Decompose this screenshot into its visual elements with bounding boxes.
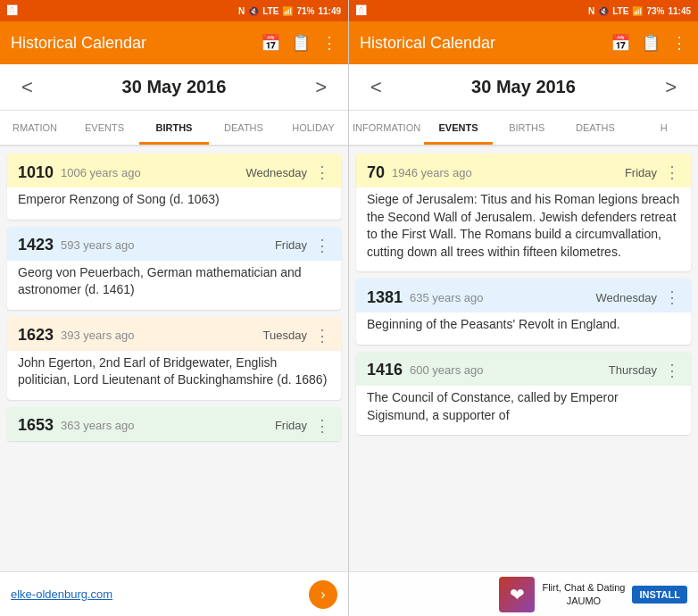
status-left: 🅰 (7, 5, 17, 16)
ad-app-name: JAUMO (542, 595, 625, 607)
event-year-1653: 1653 (18, 416, 54, 435)
event-day-1416: Thursday (609, 363, 657, 377)
signal-strength: 📶 (282, 6, 293, 16)
tab-deaths-right[interactable]: DEATHS (561, 113, 630, 145)
status-right: N 🔇 LTE 📶 71% 11:49 (238, 6, 341, 16)
date-nav-right: < 30 May 2016 > (349, 64, 698, 111)
top-bar-icons-left: 📅 📋 ⋮ (261, 33, 337, 53)
event-menu-1423[interactable]: ⋮ (314, 236, 330, 255)
network-icon-right: N (588, 6, 594, 16)
ad-install-button[interactable]: INSTALL (632, 586, 687, 604)
mute-icon: 🔇 (248, 6, 259, 16)
tab-events-left[interactable]: EVENTS (70, 113, 139, 145)
amazon-icon: 🅰 (7, 5, 17, 16)
more-icon-left[interactable]: ⋮ (321, 33, 337, 53)
event-age-1423: 593 years ago (61, 238, 275, 252)
event-card-1623: 1623 393 years ago Tuesday ⋮ John Egerto… (7, 317, 341, 400)
calendar-icon-right[interactable]: 📅 (611, 33, 630, 53)
content-right: 70 1946 years ago Friday ⋮ Siege of Jeru… (349, 146, 698, 616)
event-card-1423: 1423 593 years ago Friday ⋮ Georg von Pe… (7, 227, 341, 310)
list-icon-left[interactable]: 📋 (291, 33, 311, 53)
event-year-1623: 1623 (18, 326, 54, 345)
network-icon: N (238, 6, 245, 16)
event-year-1416: 1416 (367, 361, 403, 379)
event-desc-1423: Georg von Peuerbach, German mathematicia… (7, 261, 341, 310)
ad-overlay-text: Flirt, Chat & Dating JAUMO (542, 581, 625, 607)
amazon-icon-right: 🅰 (356, 5, 366, 16)
tabs-left: RMATION EVENTS BIRTHS DEATHS HOLIDAY (0, 111, 348, 146)
left-panel: 🅰 N 🔇 LTE 📶 71% 11:49 Historical Calenda… (0, 0, 349, 616)
event-menu-1623[interactable]: ⋮ (314, 326, 330, 345)
right-panel: 🅰 N 🔇 LTE 📶 73% 11:45 Historical Calenda… (349, 0, 698, 616)
ad-title: Flirt, Chat & Dating (542, 581, 625, 594)
event-year-1423: 1423 (18, 236, 54, 254)
event-desc-1381: Beginning of the Peasants' Revolt in Eng… (356, 312, 691, 345)
next-arrow-left[interactable]: > (308, 72, 334, 103)
event-header-1381: 1381 635 years ago Wednesday ⋮ (356, 279, 691, 312)
event-header-1623: 1623 393 years ago Tuesday ⋮ (7, 317, 341, 351)
top-bar-icons-right: 📅 📋 ⋮ (611, 33, 687, 53)
event-card-70: 70 1946 years ago Friday ⋮ Siege of Jeru… (356, 154, 691, 271)
calendar-icon-left[interactable]: 📅 (261, 33, 280, 53)
ad-overlay-icon: ❤ (499, 577, 535, 612)
tab-deaths-left[interactable]: DEATHS (209, 113, 278, 145)
event-header-70: 70 1946 years ago Friday ⋮ (356, 154, 691, 187)
event-header-1010: 1010 1006 years ago Wednesday ⋮ (7, 154, 341, 187)
tabs-right: INFORMATION EVENTS BIRTHS DEATHS H (349, 111, 698, 146)
event-age-70: 1946 years ago (392, 166, 625, 179)
event-age-1381: 635 years ago (410, 291, 596, 304)
event-menu-1416[interactable]: ⋮ (664, 361, 680, 380)
top-bar-left: Historical Calendar 📅 📋 ⋮ (0, 21, 348, 64)
battery-level-right: 73% (646, 6, 664, 16)
event-desc-1416: The Council of Constance, called by Empe… (356, 386, 691, 435)
event-year-1010: 1010 (18, 163, 54, 182)
tab-h-right[interactable]: H (629, 113, 698, 145)
signal-strength-right: 📶 (632, 6, 643, 16)
lte-label-right: LTE (612, 6, 628, 16)
top-bar-right: Historical Calendar 📅 📋 ⋮ (349, 21, 698, 64)
tab-births-left[interactable]: BIRTHS (139, 113, 209, 145)
event-year-1381: 1381 (367, 288, 403, 307)
event-menu-1381[interactable]: ⋮ (664, 287, 680, 307)
app-title-left: Historical Calendar (11, 34, 146, 53)
event-desc-70: Siege of Jerusalem: Titus and his Roman … (356, 187, 691, 271)
event-desc-1010: Emperor Renzong of Song (d. 1063) (7, 187, 341, 220)
mute-icon-right: 🔇 (598, 6, 609, 16)
event-age-1010: 1006 years ago (61, 166, 246, 179)
tab-holiday-left[interactable]: HOLIDAY (278, 113, 348, 145)
tab-births-right[interactable]: BIRTHS (493, 113, 561, 145)
event-desc-1623: John Egerton, 2nd Earl of Bridgewater, E… (7, 351, 341, 400)
event-header-1416: 1416 600 years ago Thursday ⋮ (356, 352, 691, 386)
battery-level: 71% (296, 6, 314, 16)
status-bar-left: 🅰 N 🔇 LTE 📶 71% 11:49 (0, 0, 348, 21)
next-arrow-right[interactable]: > (658, 72, 684, 103)
event-card-1010: 1010 1006 years ago Wednesday ⋮ Emperor … (7, 154, 341, 220)
event-menu-1653[interactable]: ⋮ (314, 416, 330, 436)
lte-label: LTE (262, 6, 278, 16)
event-year-70: 70 (367, 163, 385, 182)
content-left: 1010 1006 years ago Wednesday ⋮ Emperor … (0, 146, 348, 571)
ad-text-left: elke-oldenburg.com (11, 587, 112, 601)
ad-overlay-right[interactable]: ❤ Flirt, Chat & Dating JAUMO INSTALL (349, 571, 698, 616)
date-title-right: 30 May 2016 (471, 77, 576, 97)
tab-events-right[interactable]: EVENTS (424, 113, 493, 145)
event-card-1416: 1416 600 years ago Thursday ⋮ The Counci… (356, 352, 691, 435)
event-menu-70[interactable]: ⋮ (664, 162, 680, 182)
event-day-1423: Friday (275, 238, 307, 252)
date-nav-left: < 30 May 2016 > (0, 64, 348, 111)
prev-arrow-left[interactable]: < (14, 72, 40, 103)
tab-information-right[interactable]: INFORMATION (349, 113, 424, 145)
app-title-right: Historical Calendar (360, 34, 495, 53)
status-left-right: 🅰 (356, 5, 366, 16)
more-icon-right[interactable]: ⋮ (671, 33, 687, 53)
ad-banner-left[interactable]: elke-oldenburg.com › (0, 571, 348, 616)
event-day-1010: Wednesday (246, 166, 307, 179)
tab-information-left[interactable]: RMATION (0, 113, 70, 145)
event-age-1623: 393 years ago (61, 329, 263, 342)
prev-arrow-right[interactable]: < (363, 72, 389, 103)
event-menu-1010[interactable]: ⋮ (314, 162, 330, 182)
event-day-70: Friday (625, 166, 657, 179)
list-icon-right[interactable]: 📋 (641, 33, 661, 53)
ad-arrow-left[interactable]: › (309, 580, 337, 609)
right-wrapper: 🅰 N 🔇 LTE 📶 73% 11:45 Historical Calenda… (349, 0, 698, 616)
